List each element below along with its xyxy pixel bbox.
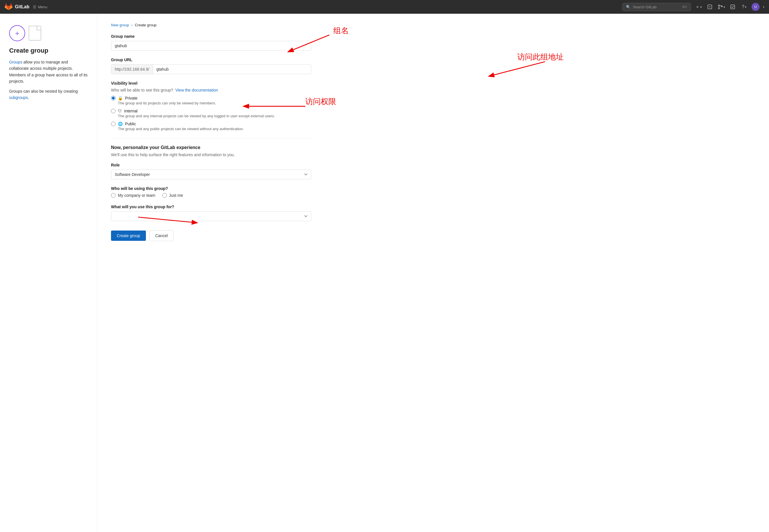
group-url-label: Group URL xyxy=(111,57,311,62)
main-content: New group › Create group Group name Grou… xyxy=(97,14,355,532)
internal-label: Internal xyxy=(124,109,138,113)
lock-icon: 🔒 xyxy=(118,96,123,100)
question-icon: ? xyxy=(742,4,744,9)
svg-rect-5 xyxy=(731,5,735,9)
gitlab-label: GitLab xyxy=(15,4,29,9)
private-label: Private xyxy=(125,96,138,100)
navbar: GitLab ☰ Menu 🔍 Search GitLab ⌘K ＋ ▾ ▾ xyxy=(0,0,769,14)
subgroups-link[interactable]: subgroups xyxy=(9,95,28,100)
url-slug-input[interactable] xyxy=(153,65,311,74)
group-name-input[interactable] xyxy=(111,41,311,51)
what-select[interactable]: Open source development Internal tools C… xyxy=(111,211,311,221)
issues-icon[interactable] xyxy=(706,3,714,11)
visibility-section: Visibility level Who will be able to see… xyxy=(111,81,311,131)
what-label: What will you use this group for? xyxy=(111,205,311,209)
internal-option: 🛡 Internal The group and any internal pr… xyxy=(111,109,311,118)
button-row: Create group Cancel xyxy=(111,230,311,241)
group-name-label: Group name xyxy=(111,34,311,39)
breadcrumb-separator: › xyxy=(131,23,132,27)
create-group-button[interactable]: Create group xyxy=(111,231,146,241)
internal-desc: The group and any internal projects can … xyxy=(118,114,311,118)
user-avatar[interactable]: U xyxy=(752,3,760,11)
internal-radio-label[interactable]: 🛡 Internal xyxy=(111,109,311,113)
public-radio-label[interactable]: 🌐 Public xyxy=(111,122,311,126)
document-icon xyxy=(29,26,41,41)
public-option: 🌐 Public The group and any public projec… xyxy=(111,122,311,131)
who-radio-group: My company or team Just me xyxy=(111,193,311,198)
sidebar-para1: Groups allow you to manage and collabora… xyxy=(9,59,88,85)
role-group: Role Software Developer Engineering Mana… xyxy=(111,163,311,179)
menu-label: Menu xyxy=(38,5,47,9)
plus-icon: ＋ xyxy=(695,4,700,10)
search-icon: 🔍 xyxy=(626,5,631,9)
company-radio[interactable] xyxy=(111,193,116,198)
sidebar-title: Create group xyxy=(9,47,88,54)
url-prefix: http://192.168.64.9/ xyxy=(111,65,153,74)
gitlab-logo[interactable]: GitLab xyxy=(5,3,29,11)
breadcrumb-current: Create group xyxy=(135,23,156,27)
personalize-desc: We'll use this to help surface the right… xyxy=(111,152,311,157)
page: ＋ Create group Groups allow you to manag… xyxy=(0,14,769,532)
who-group: Who will be using this group? My company… xyxy=(111,186,311,198)
form: Group name Group URL http://192.168.64.9… xyxy=(111,34,311,241)
plus-circle-icon: ＋ xyxy=(9,25,25,41)
search-kbd: ⌘K xyxy=(682,5,687,9)
groups-link[interactable]: Groups xyxy=(9,60,22,64)
private-desc: The group and its projects can only be v… xyxy=(118,101,311,105)
just-me-label: Just me xyxy=(169,193,183,198)
view-documentation-link[interactable]: View the documentation xyxy=(175,88,218,92)
role-select[interactable]: Software Developer Engineering Manager P… xyxy=(111,170,311,179)
todo-icon[interactable] xyxy=(729,3,737,11)
breadcrumb-parent[interactable]: New group xyxy=(111,23,129,27)
avatar-initial: U xyxy=(754,5,757,9)
hamburger-icon: ☰ xyxy=(33,5,36,9)
help-icon[interactable]: ? ▾ xyxy=(740,3,748,11)
private-option: 🔒 Private The group and its projects can… xyxy=(111,96,311,105)
personalize-section: Now, personalize your GitLab experience … xyxy=(111,145,311,221)
breadcrumb: New group › Create group xyxy=(111,23,341,27)
group-url-group: Group URL http://192.168.64.9/ xyxy=(111,57,311,74)
merge-dropdown-icon: ▾ xyxy=(724,5,725,9)
dropdown-icon: ▾ xyxy=(700,5,702,9)
private-radio[interactable] xyxy=(111,96,116,100)
who-label: Who will be using this group? xyxy=(111,186,311,191)
search-bar[interactable]: 🔍 Search GitLab ⌘K xyxy=(622,3,691,11)
role-label: Role xyxy=(111,163,311,167)
cancel-button[interactable]: Cancel xyxy=(149,230,174,241)
url-input-group: http://192.168.64.9/ xyxy=(111,64,311,74)
company-radio-label[interactable]: My company or team xyxy=(111,193,155,198)
shield-icon: 🛡 xyxy=(118,109,122,113)
avatar-dropdown-icon[interactable]: ▾ xyxy=(763,5,764,9)
globe-icon: 🌐 xyxy=(118,122,123,126)
private-radio-label[interactable]: 🔒 Private xyxy=(111,96,311,100)
group-name-group: Group name xyxy=(111,34,311,51)
just-me-radio-label[interactable]: Just me xyxy=(162,193,183,198)
create-new-button[interactable]: ＋ ▾ xyxy=(694,3,702,11)
sidebar: ＋ Create group Groups allow you to manag… xyxy=(0,14,97,532)
sidebar-para2: Groups can also be nested by creating su… xyxy=(9,88,88,101)
merge-requests-icon[interactable]: ▾ xyxy=(717,3,725,11)
public-desc: The group and any public projects can be… xyxy=(118,127,311,131)
visibility-question: Who will be able to see this group? View… xyxy=(111,88,311,92)
personalize-title: Now, personalize your GitLab experience xyxy=(111,145,311,150)
help-dropdown-icon: ▾ xyxy=(745,5,746,9)
sidebar-icon-area: ＋ xyxy=(9,25,88,41)
company-label: My company or team xyxy=(118,193,155,198)
svg-point-3 xyxy=(718,8,720,9)
menu-button[interactable]: ☰ Menu xyxy=(33,5,47,9)
just-me-radio[interactable] xyxy=(162,193,167,198)
search-placeholder: Search GitLab xyxy=(633,5,657,9)
internal-radio[interactable] xyxy=(111,109,116,113)
visibility-radio-group: 🔒 Private The group and its projects can… xyxy=(111,96,311,131)
what-group: What will you use this group for? Open s… xyxy=(111,205,311,221)
visibility-label: Visibility level xyxy=(111,81,311,86)
public-radio[interactable] xyxy=(111,122,116,126)
public-label: Public xyxy=(125,122,136,126)
